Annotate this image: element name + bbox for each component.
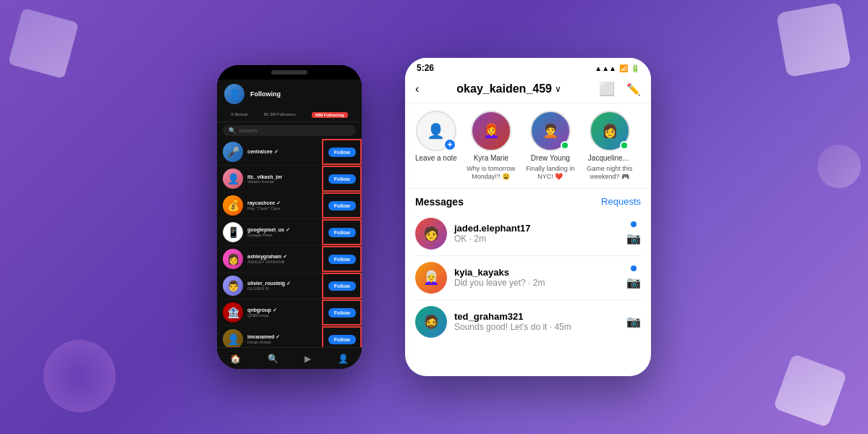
follow-info-0: centralcee ✓ — [247, 149, 324, 155]
stat-following[interactable]: 989 Following — [312, 112, 348, 118]
follow-username-2: raycashcee ✓ — [247, 200, 324, 206]
follow-username-1: ifz._vikash_jnr — [247, 174, 324, 179]
nav-home-icon[interactable]: 🏠 — [230, 354, 241, 364]
follow-button-2[interactable]: Follow — [328, 201, 356, 210]
follow-realname-7: Imran Amed — [247, 340, 324, 344]
follow-item-2: 💰 raycashcee ✓ Ray "Cash" Care Follow — [217, 192, 362, 219]
story-jacqueline-online-dot — [620, 141, 629, 150]
story-kyra-wrapper: 👩‍🦰 — [471, 111, 511, 151]
requests-link[interactable]: Requests — [601, 196, 641, 207]
message-item-1[interactable]: 👩‍🦳 kyia_kayaks Did you leave yet? · 2m … — [405, 256, 651, 299]
message-item-0[interactable]: 🧑 jaded.elephant17 OK · 2m 📷 — [405, 212, 651, 255]
stat-mutual-label: 9 Mutual — [231, 112, 247, 116]
msg-camera-icon-1[interactable]: 📷 — [626, 276, 641, 289]
phone-right: 5:26 ▲▲▲ 📶 🔋 ‹ okay_kaiden_459 ∨ ⬜ ✏️ — [405, 58, 651, 376]
msg-content-1: kyia_kayaks Did you leave yet? · 2m — [454, 267, 619, 288]
follow-realname-4: ASHLEY GRAHAM — [247, 260, 324, 264]
follow-info-1: ifz._vikash_jnr Vikash Kumar — [247, 174, 324, 184]
phone-left-profile-header: 👤 Following — [217, 80, 362, 109]
follow-realname-3: Google Pixel — [247, 233, 324, 237]
stat-mutual: 9 Mutual — [231, 112, 247, 118]
messages-title: Messages — [415, 196, 464, 208]
dm-edit-icon[interactable]: ✏️ — [626, 82, 641, 96]
story-jacqueline-wrapper: 👩 — [590, 111, 630, 151]
follow-avatar-2: 💰 — [223, 195, 243, 216]
signal-icon: ▲▲▲ — [595, 64, 616, 72]
follow-item-5: 👨 olivier_rousteig ✓ OLIVIER R. Follow — [217, 273, 362, 299]
follow-button-5[interactable]: Follow — [328, 281, 356, 291]
msg-preview-1: Did you leave yet? · 2m — [454, 278, 619, 288]
follow-button-6[interactable]: Follow — [328, 308, 356, 318]
nav-reels-icon[interactable]: ▶ — [305, 354, 311, 364]
msg-camera-icon-0[interactable]: 📷 — [626, 231, 641, 245]
follow-button-3[interactable]: Follow — [328, 228, 356, 237]
follow-username-0: centralcee ✓ — [247, 149, 324, 155]
follow-info-2: raycashcee ✓ Ray "Cash" Care — [247, 200, 324, 210]
follow-item-7: 👤 imranamed ✓ Imran Amed Follow — [217, 326, 362, 347]
follow-username-6: qnbgroup ✓ — [247, 307, 324, 313]
nav-search-icon[interactable]: 🔍 — [268, 354, 278, 364]
follow-item-0: 🎤 centralcee ✓ Follow — [217, 139, 362, 166]
battery-icon: 🔋 — [631, 64, 639, 72]
msg-username-0: jaded.elephant17 — [454, 223, 619, 234]
story-add-plus-icon[interactable]: + — [443, 138, 456, 151]
phone-left-notch — [271, 70, 307, 75]
nav-profile-icon[interactable]: 👤 — [338, 354, 349, 364]
story-item-jacqueline[interactable]: 👩 Jacqueline Lam Game night this weekend… — [584, 111, 635, 181]
profile-avatar-face: 👤 — [224, 84, 244, 104]
msg-right-1: 📷 — [626, 265, 641, 289]
follow-realname-6: QNBGroup — [247, 313, 324, 318]
stats-row: 9 Mutual 80.3M Followers 989 Following — [217, 109, 362, 122]
msg-content-2: ted_graham321 Sounds good! Let's do it ·… — [454, 311, 619, 332]
story-item-drew[interactable]: 🧑‍🦱 Drew Young Finally landing in NYC! ❤… — [525, 111, 576, 181]
follow-button-4[interactable]: Follow — [328, 255, 356, 264]
message-item-2[interactable]: 🧔 ted_graham321 Sounds good! Let's do it… — [405, 300, 651, 344]
follow-info-4: ashleygraham ✓ ASHLEY GRAHAM — [247, 254, 324, 264]
msg-right-0: 📷 — [626, 221, 641, 245]
story-kyra-avatar: 👩‍🦰 — [471, 111, 511, 151]
follow-button-7[interactable]: Follow — [328, 335, 356, 344]
follow-item-4: 👩 ashleygraham ✓ ASHLEY GRAHAM Follow — [217, 246, 362, 273]
dm-username-row[interactable]: okay_kaiden_459 ∨ — [456, 82, 561, 95]
story-drew-caption: Finally landing in NYC! ❤️ — [525, 165, 576, 181]
dm-header-icons: ⬜ ✏️ — [599, 81, 641, 97]
follow-avatar-0: 🎤 — [223, 142, 243, 162]
phone-left: 👤 Following 9 Mutual 80.3M Followers 989… — [217, 65, 362, 369]
dm-status-bar: 5:26 ▲▲▲ 📶 🔋 — [405, 58, 651, 78]
msg-avatar-1: 👩‍🦳 — [415, 262, 447, 294]
dm-camera-icon[interactable]: ⬜ — [599, 81, 615, 97]
back-button[interactable]: ‹ — [415, 82, 419, 95]
follow-avatar-6: 🏦 — [223, 302, 243, 323]
follow-item-3: 📱 googlepixel_us ✓ Google Pixel Follow — [217, 219, 362, 246]
search-input[interactable]: 🔍 Search — [223, 125, 356, 136]
dm-chevron-icon: ∨ — [555, 84, 561, 94]
msg-content-0: jaded.elephant17 OK · 2m — [454, 223, 619, 244]
msg-unread-dot-0 — [631, 221, 637, 227]
follow-button-0[interactable]: Follow — [328, 148, 356, 157]
wifi-icon: 📶 — [619, 64, 628, 72]
story-item-note[interactable]: 👤 + Leave a note — [415, 111, 457, 162]
following-badge: 989 Following — [312, 112, 348, 118]
dm-time: 5:26 — [417, 63, 434, 73]
story-kyra-caption: Why is tomorrow Monday!? 😩 — [466, 165, 516, 181]
follow-list: 🎤 centralcee ✓ Follow 👤 ifz._vikash_jnr … — [217, 139, 362, 347]
follow-info-7: imranamed ✓ Imran Amed — [247, 334, 324, 344]
follow-info-5: olivier_rousteig ✓ OLIVIER R. — [247, 281, 324, 291]
messages-header: Messages Requests — [405, 189, 651, 212]
msg-username-2: ted_graham321 — [454, 311, 619, 322]
follow-avatar-3: 📱 — [223, 222, 243, 242]
story-item-kyra[interactable]: 👩‍🦰 Kyra Marie Why is tomorrow Monday!? … — [466, 111, 516, 181]
story-drew-online-dot — [561, 141, 569, 150]
msg-avatar-2: 🧔 — [415, 306, 447, 338]
msg-camera-icon-2[interactable]: 📷 — [626, 315, 641, 328]
story-jacqueline-caption: Game night this weekend? 🎮 — [584, 165, 635, 181]
msg-username-1: kyia_kayaks — [454, 267, 619, 278]
follow-username-4: ashleygraham ✓ — [247, 254, 324, 260]
story-note-wrapper: 👤 + — [416, 111, 456, 151]
follow-avatar-4: 👩 — [223, 249, 243, 269]
follow-username-7: imranamed ✓ — [247, 334, 324, 340]
follow-button-1[interactable]: Follow — [328, 174, 356, 184]
msg-right-2: 📷 — [626, 315, 641, 328]
dm-header: ‹ okay_kaiden_459 ∨ ⬜ ✏️ — [405, 78, 651, 103]
content-area: 👤 Following 9 Mutual 80.3M Followers 989… — [0, 0, 868, 434]
